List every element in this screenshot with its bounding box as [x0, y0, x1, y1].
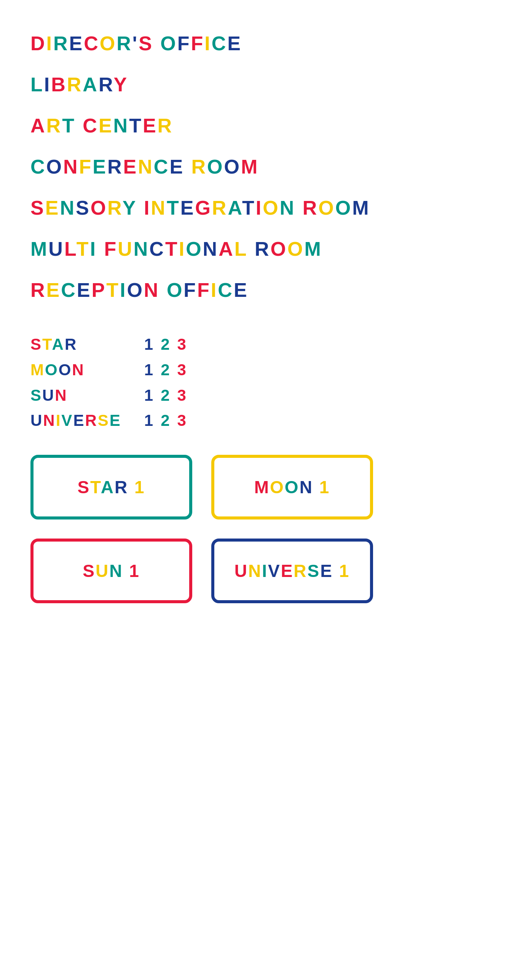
- room-number-moon-3[interactable]: 3: [177, 359, 186, 381]
- room-grid: STAR123MOOn123SUn123UnIVeRSe123: [30, 333, 490, 432]
- menu-item-reception-office: ReCePTIOn OFFICe: [30, 269, 490, 311]
- room-number-star-1[interactable]: 1: [144, 333, 153, 356]
- room-number-sun-2[interactable]: 2: [161, 384, 169, 407]
- card-star-1[interactable]: STAR 1: [30, 455, 192, 519]
- card-label-sun-1: SUN 1: [83, 561, 140, 581]
- card-sun-1[interactable]: SUN 1: [30, 539, 192, 603]
- room-number-universe-1[interactable]: 1: [144, 410, 153, 432]
- room-number-star-2[interactable]: 2: [161, 333, 169, 356]
- menu-item-conference-room: COnFeRenCe ROOM: [30, 146, 490, 187]
- room-name-universe: UnIVeRSe: [30, 410, 144, 432]
- menu-list: DIReCOR'S OFFICeLIbRARYART CenTeRCOnFeRe…: [30, 23, 490, 311]
- room-name-moon: MOOn: [30, 359, 144, 381]
- card-label-star-1: STAR 1: [77, 477, 145, 497]
- room-number-universe-3[interactable]: 3: [177, 410, 186, 432]
- menu-item-directors-office: DIReCOR'S OFFICe: [30, 23, 490, 64]
- card-label-universe-1: UNIVERSE 1: [234, 561, 350, 581]
- cards-grid: STAR 1MOON 1SUN 1UNIVERSE 1: [30, 455, 373, 603]
- room-number-sun-3[interactable]: 3: [177, 384, 186, 407]
- menu-item-library: LIbRARY: [30, 64, 490, 105]
- room-numbers-universe[interactable]: 123: [144, 410, 490, 432]
- room-name-sun: SUn: [30, 384, 144, 407]
- menu-item-sensory-integration-room: SenSORY InTeGRATIOn ROOM: [30, 187, 490, 228]
- room-grid-section: STAR123MOOn123SUn123UnIVeRSe123: [30, 333, 490, 432]
- room-number-moon-2[interactable]: 2: [161, 359, 169, 381]
- room-numbers-moon[interactable]: 123: [144, 359, 490, 381]
- card-moon-1[interactable]: MOON 1: [211, 455, 373, 519]
- room-number-universe-2[interactable]: 2: [161, 410, 169, 432]
- room-numbers-sun[interactable]: 123: [144, 384, 490, 407]
- card-universe-1[interactable]: UNIVERSE 1: [211, 539, 373, 603]
- room-number-star-3[interactable]: 3: [177, 333, 186, 356]
- room-number-sun-1[interactable]: 1: [144, 384, 153, 407]
- menu-item-art-center: ART CenTeR: [30, 105, 490, 146]
- room-numbers-star[interactable]: 123: [144, 333, 490, 356]
- room-number-moon-1[interactable]: 1: [144, 359, 153, 381]
- menu-item-multi-functional-room: MULTI FUnCTIOnAL ROOM: [30, 228, 490, 269]
- card-label-moon-1: MOON 1: [254, 477, 330, 497]
- room-name-star: STAR: [30, 333, 144, 356]
